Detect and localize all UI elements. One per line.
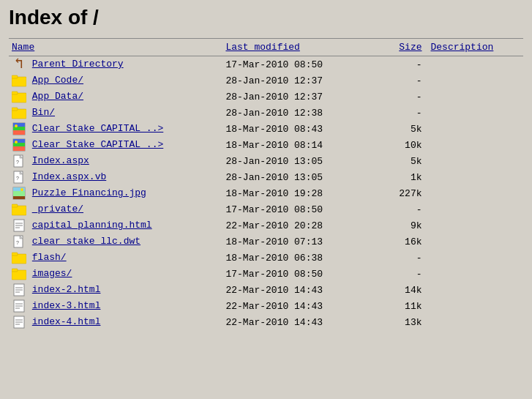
table-row: Clear Stake CAPITAL ..>18-Mar-2010 08:43…	[9, 121, 523, 137]
col-header-description: Description	[428, 39, 524, 56]
folder-icon	[12, 90, 26, 103]
file-desc-cell	[428, 234, 524, 250]
file-name-cell: Bin/	[9, 105, 222, 121]
file-desc-cell	[428, 105, 524, 121]
table-row: App_Code/28-Jan-2010 12:37-	[9, 72, 523, 89]
file-size-cell: 1k	[379, 169, 428, 185]
file-name-cell: index-4.html	[9, 314, 222, 330]
file-size-cell: 227k	[379, 185, 428, 201]
file-desc-cell	[428, 121, 524, 137]
svg-rect-1	[12, 75, 18, 78]
file-size-cell: 16k	[379, 234, 428, 250]
file-size-cell: -	[379, 72, 428, 89]
file-modified-cell: 18-Mar-2010 19:28	[222, 185, 378, 201]
table-row: index-3.html22-Mar-2010 14:4311k	[9, 298, 523, 314]
file-modified-cell: 22-Mar-2010 14:43	[222, 298, 378, 314]
html-file-icon	[12, 316, 26, 329]
svg-text:?: ?	[16, 176, 19, 181]
file-desc-cell	[428, 266, 524, 282]
col-name-link[interactable]: Name	[12, 42, 34, 53]
folder-icon	[12, 106, 26, 119]
table-row: ↰ Parent Directory17-Mar-2010 08:50-	[9, 56, 523, 73]
file-link[interactable]: App_Data/	[32, 91, 83, 102]
col-size-link[interactable]: Size	[399, 42, 422, 53]
folder-icon	[12, 74, 26, 87]
image-icon	[12, 122, 26, 135]
file-link[interactable]: index-4.html	[32, 316, 101, 327]
table-row: images/17-Mar-2010 08:50-	[9, 266, 523, 282]
file-link[interactable]: Clear Stake CAPITAL ..>	[32, 139, 163, 150]
file-link[interactable]: index-2.html	[32, 284, 101, 295]
table-row: App_Data/28-Jan-2010 12:37-	[9, 89, 523, 105]
file-name-cell: ? Index.aspx	[9, 153, 222, 169]
file-modified-cell: 18-Mar-2010 06:38	[222, 250, 378, 266]
svg-text:?: ?	[16, 160, 19, 165]
table-header-row: Name Last modified Size Description	[9, 39, 523, 56]
file-size-cell: 5k	[379, 153, 428, 169]
file-desc-cell	[428, 201, 524, 217]
file-size-cell: 14k	[379, 282, 428, 298]
file-modified-cell: 28-Jan-2010 12:37	[222, 89, 378, 105]
file-modified-cell: 17-Mar-2010 08:50	[222, 266, 378, 282]
svg-point-26	[20, 188, 23, 191]
folder-icon	[12, 267, 26, 280]
file-desc-cell	[428, 72, 524, 89]
file-link[interactable]: _private/	[32, 204, 83, 215]
col-desc-link[interactable]: Description	[431, 42, 494, 53]
file-size-cell: -	[379, 56, 428, 73]
file-modified-cell: 17-Mar-2010 08:50	[222, 201, 378, 217]
file-size-cell: -	[379, 89, 428, 105]
file-name-cell: Clear Stake CAPITAL ..>	[9, 121, 222, 137]
col-modified-link[interactable]: Last modified	[225, 42, 299, 53]
file-name-cell: ? Index.aspx.vb	[9, 169, 222, 185]
file-size-cell: 9k	[379, 217, 428, 234]
file-link[interactable]: images/	[32, 268, 72, 279]
col-header-size: Size	[379, 39, 428, 56]
file-link[interactable]: Bin/	[32, 107, 55, 118]
file-size-cell: 10k	[379, 137, 428, 153]
image-icon	[12, 187, 26, 200]
file-name-cell: Puzzle_Financing.jpg	[9, 185, 222, 201]
file-link[interactable]: Parent Directory	[32, 59, 124, 70]
svg-rect-24	[13, 191, 25, 196]
file-desc-cell	[428, 89, 524, 105]
image-icon	[12, 138, 26, 152]
file-size-cell: -	[379, 266, 428, 282]
table-row: ? Index.aspx28-Jan-2010 13:055k	[9, 153, 523, 169]
file-size-cell: -	[379, 250, 428, 266]
folder-icon	[12, 251, 26, 264]
col-header-name: Name	[9, 39, 222, 56]
file-link[interactable]: clear_stake_llc.dwt	[32, 236, 141, 247]
svg-rect-9	[13, 130, 25, 135]
file-modified-cell: 18-Mar-2010 08:14	[222, 137, 378, 153]
page-title: Index of /	[9, 6, 523, 29]
file-modified-cell: 22-Mar-2010 14:43	[222, 314, 378, 330]
file-link[interactable]: Index.aspx.vb	[32, 171, 106, 182]
file-link[interactable]: capital_planning.html	[32, 220, 152, 231]
unknown-file-icon: ?	[12, 235, 26, 248]
file-name-cell: images/	[9, 266, 222, 282]
file-link[interactable]: index-3.html	[32, 300, 101, 311]
svg-rect-14	[13, 146, 25, 151]
svg-rect-5	[12, 108, 18, 111]
file-link[interactable]: flash/	[32, 252, 67, 263]
file-modified-cell: 28-Jan-2010 12:37	[222, 72, 378, 89]
file-name-cell: _private/	[9, 201, 222, 217]
file-link[interactable]: Index.aspx	[32, 155, 89, 166]
file-desc-cell	[428, 169, 524, 185]
file-name-cell: ? clear_stake_llc.dwt	[9, 234, 222, 250]
svg-rect-8	[13, 127, 25, 130]
table-row: ? clear_stake_llc.dwt18-Mar-2010 07:1316…	[9, 234, 523, 250]
unknown-file-icon: ?	[12, 171, 26, 184]
file-modified-cell: 28-Jan-2010 13:05	[222, 169, 378, 185]
file-link[interactable]: Clear Stake CAPITAL ..>	[32, 123, 163, 134]
file-desc-cell	[428, 185, 524, 201]
svg-rect-39	[12, 269, 18, 272]
table-row: Bin/28-Jan-2010 12:38-	[9, 105, 523, 121]
table-row: Puzzle_Financing.jpg18-Mar-2010 19:28227…	[9, 185, 523, 201]
file-link[interactable]: App_Code/	[32, 75, 83, 86]
file-link[interactable]: Puzzle_Financing.jpg	[32, 187, 146, 198]
col-header-modified: Last modified	[222, 39, 378, 56]
file-modified-cell: 22-Mar-2010 20:28	[222, 217, 378, 234]
file-modified-cell: 28-Jan-2010 12:38	[222, 105, 378, 121]
